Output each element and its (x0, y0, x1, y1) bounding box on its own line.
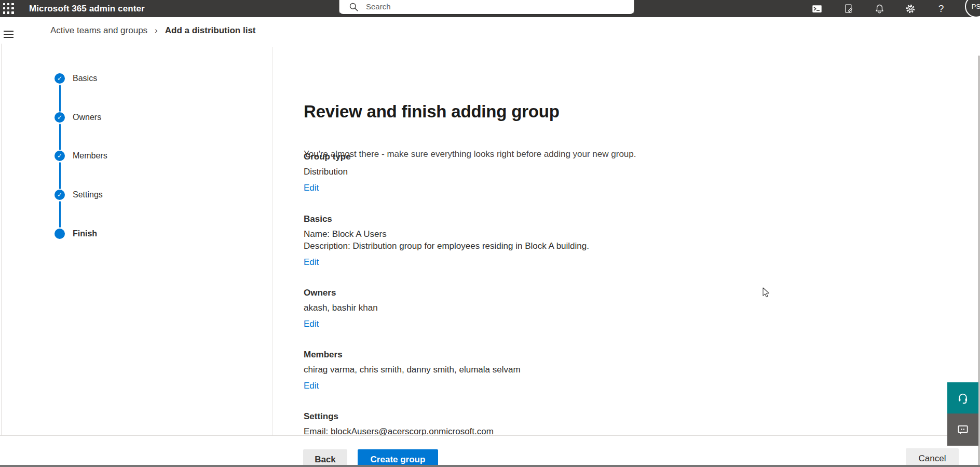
top-app-bar: Microsoft 365 admin center (0, 0, 980, 17)
app-title: Microsoft 365 admin center (29, 0, 145, 17)
section-heading: Group type (304, 152, 927, 162)
breadcrumb-current: Add a distribution list (165, 25, 256, 36)
wizard-footer: Back Create group Cancel (0, 435, 980, 467)
breadcrumb-chevron-icon: › (155, 25, 158, 36)
section-value: chirag varma, chris smith, danny smith, … (304, 364, 927, 376)
breadcrumb-parent-link[interactable]: Active teams and groups (50, 25, 147, 36)
wizard-step-finish[interactable]: Finish (0, 229, 208, 239)
step-current-dot-icon (55, 229, 65, 239)
section-heading: Settings (304, 411, 927, 422)
section-value: Description: Distribution group for empl… (304, 240, 927, 252)
step-complete-check-icon: ✓ (55, 190, 65, 200)
account-avatar[interactable]: PS (965, 0, 980, 17)
support-button[interactable] (947, 382, 978, 413)
step-label: Settings (73, 190, 103, 199)
page-title: Review and finish adding group (304, 102, 560, 122)
cancel-button[interactable]: Cancel (906, 448, 959, 467)
breadcrumb: Active teams and groups › Add a distribu… (50, 17, 256, 44)
step-complete-check-icon: ✓ (55, 151, 65, 161)
step-complete-check-icon: ✓ (55, 73, 65, 84)
step-label: Owners (73, 113, 101, 122)
app-launcher-waffle-icon[interactable] (3, 3, 14, 14)
wizard-step-members[interactable]: ✓ Members (0, 151, 208, 161)
search-icon (349, 2, 359, 12)
section-group-type: Group type Distribution Edit (304, 152, 927, 193)
section-heading: Members (304, 350, 927, 360)
window-bottom-edge (0, 465, 980, 467)
section-heading: Basics (304, 214, 927, 224)
section-value: Email: blockAusers@acerscorp.onmicrosoft… (304, 425, 927, 435)
feedback-chat-button[interactable] (947, 413, 978, 446)
help-icon[interactable]: ? (932, 0, 950, 17)
section-value: Distribution (304, 166, 927, 178)
section-members: Members chirag varma, chris smith, danny… (304, 350, 927, 391)
section-settings: Settings Email: blockAusers@acerscorp.on… (304, 411, 927, 435)
edit-owners-link[interactable]: Edit (304, 319, 319, 329)
section-heading: Owners (304, 288, 927, 298)
step-label: Members (73, 151, 107, 161)
section-value: akash, bashir khan (304, 302, 927, 314)
feedback-note-icon[interactable] (839, 0, 857, 17)
chat-bubble-icon (956, 423, 970, 436)
section-basics: Basics Name: Block A Users Description: … (304, 214, 927, 268)
breadcrumb-bar: Active teams and groups › Add a distribu… (0, 17, 980, 44)
search-input[interactable] (366, 1, 584, 12)
step-complete-check-icon: ✓ (55, 112, 65, 123)
wizard-step-settings[interactable]: ✓ Settings (0, 190, 208, 200)
step-label: Finish (73, 229, 97, 238)
wizard-step-owners[interactable]: ✓ Owners (0, 112, 208, 123)
nav-hamburger-icon[interactable] (4, 31, 13, 37)
headset-icon (956, 391, 970, 405)
edit-group-type-link[interactable]: Edit (304, 183, 319, 193)
step-connector (59, 124, 61, 150)
wizard-step-basics[interactable]: ✓ Basics (0, 73, 208, 84)
edit-basics-link[interactable]: Edit (304, 257, 319, 268)
back-button[interactable]: Back (303, 449, 347, 467)
section-owners: Owners akash, bashir khan Edit (304, 288, 927, 329)
edit-members-link[interactable]: Edit (304, 381, 319, 391)
step-connector (59, 201, 61, 228)
global-search[interactable] (339, 0, 634, 15)
review-panel: Review and finish adding group You're al… (273, 44, 978, 435)
avatar-initials: PS (972, 3, 980, 10)
settings-gear-icon[interactable] (902, 0, 919, 17)
create-group-button[interactable]: Create group (358, 449, 438, 467)
step-connector (59, 85, 61, 112)
step-connector (59, 162, 61, 189)
wizard-step-nav: ✓ Basics ✓ Owners ✓ Members ✓ Settings F… (0, 44, 272, 435)
notifications-bell-icon[interactable] (870, 0, 888, 17)
cloud-shell-icon[interactable] (808, 0, 826, 17)
step-label: Basics (73, 74, 97, 83)
section-value: Name: Block A Users (304, 228, 927, 240)
